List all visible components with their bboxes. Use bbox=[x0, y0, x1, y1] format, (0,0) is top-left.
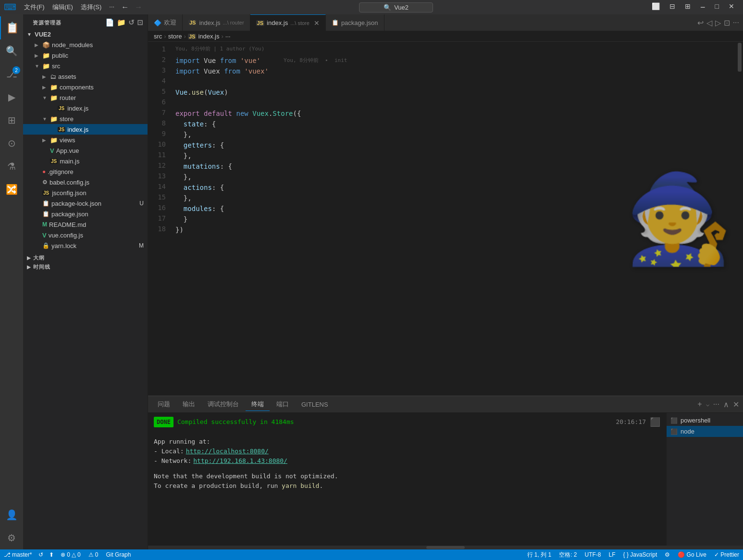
tree-item-router-index[interactable]: JS index.js bbox=[23, 103, 148, 113]
tree-item-package-lock[interactable]: 📋 package-lock.json U bbox=[23, 198, 148, 209]
remote-explorer-icon[interactable]: ⊙ bbox=[0, 132, 23, 155]
breadcrumb-src[interactable]: src bbox=[154, 33, 162, 40]
tree-item-store[interactable]: ▼ 📁 store bbox=[23, 113, 148, 124]
collapse-icon[interactable]: ⊡ bbox=[137, 18, 144, 27]
local-url[interactable]: http://localhost:8080/ bbox=[186, 447, 269, 456]
new-file-icon[interactable]: 📄 bbox=[105, 18, 115, 27]
more-terminal-icon[interactable]: ··· bbox=[713, 400, 719, 409]
tab-router-index[interactable]: JS index.js ...\ router bbox=[183, 14, 250, 31]
tree-item-views[interactable]: ▶ 📁 views bbox=[23, 135, 148, 145]
maximize-btn[interactable]: □ bbox=[710, 1, 724, 13]
tab-action-right[interactable]: ▷ bbox=[715, 18, 721, 27]
tab-store-index[interactable]: JS index.js ...\ store ✕ bbox=[250, 14, 326, 31]
tree-item-package-json[interactable]: 📋 package.json bbox=[23, 209, 148, 219]
status-prettier-icon[interactable]: ⚙ bbox=[661, 549, 674, 560]
terminal-instance-powershell[interactable]: ⬛ powershell bbox=[667, 415, 743, 426]
layout-btn[interactable]: ⬜ bbox=[647, 1, 665, 13]
terminal-network: - Network: http://192.168.1.43:8080/ bbox=[154, 456, 660, 466]
menu-edit[interactable]: 编辑(E) bbox=[49, 2, 77, 12]
tree-item-vue-config[interactable]: V vue.config.js bbox=[23, 230, 148, 240]
tab-action-revert[interactable]: ↩ bbox=[697, 18, 704, 27]
breadcrumb-ellipsis[interactable]: ··· bbox=[225, 33, 231, 40]
tree-item-router[interactable]: ▼ 📁 router bbox=[23, 92, 148, 103]
tab-action-split[interactable]: ⊡ bbox=[724, 18, 730, 27]
code-editor[interactable]: You, 8分钟前 | 1 author (You) import Vue fr… bbox=[170, 42, 736, 396]
status-git-graph[interactable]: Git Graph bbox=[102, 549, 135, 560]
terminal-instance-node[interactable]: ⬛ node bbox=[667, 426, 743, 437]
tree-item-app-vue[interactable]: V App.vue bbox=[23, 145, 148, 156]
tree-item-assets[interactable]: ▶ 🗂 assets bbox=[23, 71, 148, 82]
status-sync[interactable]: ↺ bbox=[36, 549, 46, 560]
tree-item-gitignore[interactable]: ● .gitignore bbox=[23, 166, 148, 177]
layout2-btn[interactable]: ⊞ bbox=[680, 1, 695, 13]
status-spaces[interactable]: 空格: 2 bbox=[555, 549, 581, 560]
accounts-icon[interactable]: 👤 bbox=[0, 503, 23, 526]
tab-terminal[interactable]: 终端 bbox=[246, 398, 270, 411]
explorer-icon[interactable]: 📋 bbox=[0, 16, 23, 39]
breadcrumb-file[interactable]: index.js bbox=[198, 33, 219, 40]
tree-item-src[interactable]: ▼ 📁 src bbox=[23, 61, 148, 71]
tab-package-json[interactable]: 📋 package.json bbox=[326, 14, 384, 31]
tab-action-more[interactable]: ··· bbox=[733, 18, 739, 27]
tree-item-store-index[interactable]: JS index.js bbox=[23, 124, 148, 135]
status-branch[interactable]: ⎇ master* bbox=[0, 549, 36, 560]
tree-item-readme[interactable]: M README.md bbox=[23, 219, 148, 230]
tree-item-node-modules[interactable]: ▶ 📦 node_modules bbox=[23, 39, 148, 50]
gitlens-icon[interactable]: 🔀 bbox=[0, 178, 23, 201]
split-terminal-icon[interactable]: ⌵ bbox=[706, 401, 709, 408]
menu-file[interactable]: 文件(F) bbox=[20, 2, 49, 12]
tree-item-components[interactable]: ▶ 📁 components bbox=[23, 82, 148, 92]
test-icon[interactable]: ⚗ bbox=[0, 155, 23, 178]
minimize-btn[interactable]: − bbox=[695, 1, 710, 13]
nav-back[interactable]: ← bbox=[118, 3, 132, 12]
terminal-scrollbar[interactable] bbox=[148, 546, 743, 549]
network-url[interactable]: http://192.168.1.43:8080/ bbox=[193, 456, 287, 466]
split-btn[interactable]: ⊟ bbox=[665, 1, 680, 13]
tab-welcome[interactable]: 🔷 欢迎 bbox=[148, 14, 183, 31]
tab-problems[interactable]: 问题 bbox=[152, 398, 176, 411]
status-prettier[interactable]: ✓ Prettier bbox=[710, 549, 743, 560]
tab-ports[interactable]: 端口 bbox=[271, 398, 295, 411]
tree-item-public[interactable]: ▶ 📁 public bbox=[23, 50, 148, 61]
nav-forward[interactable]: → bbox=[132, 3, 145, 12]
source-control-icon[interactable]: ⎇ 2 bbox=[0, 62, 23, 86]
timeline-section[interactable]: ▶ 时间线 bbox=[23, 261, 148, 272]
status-cursor[interactable]: 行 1, 列 1 bbox=[523, 549, 556, 560]
refresh-icon[interactable]: ↺ bbox=[128, 18, 135, 27]
menu-select[interactable]: 选择(S) bbox=[77, 2, 105, 12]
tree-item-babel-config[interactable]: ⚙ babel.config.js bbox=[23, 177, 148, 187]
settings-icon[interactable]: ⚙ bbox=[0, 526, 23, 549]
search-bar[interactable]: 🔍 Vue2 bbox=[359, 2, 433, 12]
terminal-content[interactable]: DONE Compiled successfully in 4184ms 20:… bbox=[148, 413, 666, 546]
status-errors[interactable]: ⊗ 0 △ 0 bbox=[57, 549, 84, 560]
tab-debug[interactable]: 调试控制台 bbox=[202, 398, 245, 411]
breadcrumb-store[interactable]: store bbox=[168, 33, 182, 40]
menu-more[interactable]: ··· bbox=[105, 2, 118, 12]
status-golive[interactable]: 🔴 Go Live bbox=[674, 549, 710, 560]
outline-section[interactable]: ▶ 大纲 bbox=[23, 251, 148, 261]
status-language[interactable]: { } JavaScript bbox=[619, 549, 661, 560]
new-folder-icon[interactable]: 📁 bbox=[117, 18, 126, 27]
store-tab-close[interactable]: ✕ bbox=[314, 20, 320, 26]
add-terminal-icon[interactable]: + bbox=[697, 400, 702, 409]
tab-output[interactable]: 输出 bbox=[177, 398, 201, 411]
extensions-icon[interactable]: ⊞ bbox=[0, 109, 23, 132]
timestamp: 20:16:17 bbox=[616, 417, 646, 427]
status-line-ending[interactable]: LF bbox=[605, 549, 619, 560]
tab-action-left[interactable]: ◁ bbox=[706, 18, 712, 27]
tree-item-yarn-lock[interactable]: 🔒 yarn.lock M bbox=[23, 240, 148, 251]
tree-item-main-js[interactable]: JS main.js bbox=[23, 156, 148, 166]
close-btn[interactable]: ✕ bbox=[724, 1, 739, 13]
tree-item-jsconfig[interactable]: JS jsconfig.json bbox=[23, 187, 148, 198]
close-terminal-icon[interactable]: ✕ bbox=[733, 400, 739, 409]
editor-scrollbar[interactable] bbox=[736, 42, 743, 396]
search-icon[interactable]: 🔍 bbox=[0, 39, 23, 62]
tree-root[interactable]: ▼ VUE2 bbox=[23, 29, 148, 39]
tab-gitlens[interactable]: GITLENS bbox=[296, 399, 334, 410]
status-encoding[interactable]: UTF-8 bbox=[581, 549, 605, 560]
git-graph-label: Git Graph bbox=[106, 551, 131, 558]
hide-terminal-icon[interactable]: ∧ bbox=[723, 400, 729, 409]
run-icon[interactable]: ▶ bbox=[0, 86, 23, 109]
status-info-warnings[interactable]: ⚠ 0 bbox=[85, 549, 102, 560]
status-publish[interactable]: ⬆ bbox=[46, 549, 57, 560]
